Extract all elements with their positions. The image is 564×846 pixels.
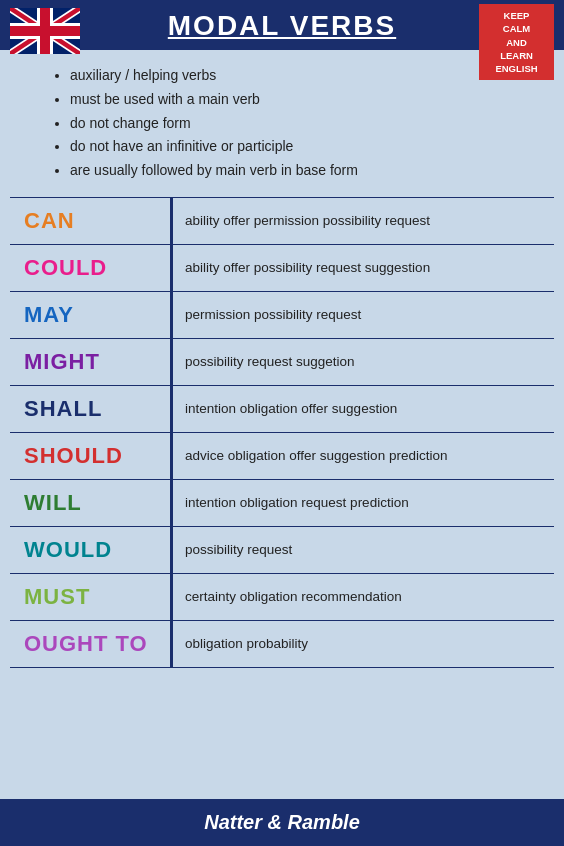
verb-row: MAYpermission possibility request (10, 291, 554, 338)
footer: Natter & Ramble (0, 799, 564, 846)
verb-row: SHOULDadvice obligation offer suggestion… (10, 432, 554, 479)
verb-meanings: intention obligation offer suggestion (173, 386, 554, 432)
verb-label: WOULD (10, 527, 170, 573)
svg-rect-8 (10, 26, 80, 36)
verb-meanings: ability offer permission possibility req… (173, 198, 554, 244)
intro-bullet: are usually followed by main verb in bas… (70, 159, 544, 183)
verb-row: COULDability offer possibility request s… (10, 244, 554, 291)
verb-meanings: advice obligation offer suggestion predi… (173, 433, 554, 479)
badge-line5: ENGLISH (486, 62, 547, 75)
verb-table: CANability offer permission possibility … (0, 197, 564, 799)
intro-bullet: do not have an infinitive or participle (70, 135, 544, 159)
verb-meanings: intention obligation request prediction (173, 480, 554, 526)
verb-label: OUGHT TO (10, 621, 170, 667)
verb-label: MAY (10, 292, 170, 338)
uk-flag (10, 8, 80, 54)
verb-rows: CANability offer permission possibility … (10, 197, 554, 668)
verb-meanings: permission possibility request (173, 292, 554, 338)
verb-label: WILL (10, 480, 170, 526)
intro-list: auxiliary / helping verbsmust be used wi… (60, 64, 544, 183)
verb-row: OUGHT TOobligation probability (10, 620, 554, 668)
intro-bullet: must be used with a main verb (70, 88, 544, 112)
page-title: MODAL VERBS (168, 10, 396, 42)
verb-meanings: possibility request (173, 527, 554, 573)
verb-label: COULD (10, 245, 170, 291)
footer-text: Natter & Ramble (12, 811, 552, 834)
page-wrapper: MODAL VERBS KEEP CALM AND LEARN ENGLISH … (0, 0, 564, 846)
badge-line2: CALM (486, 22, 547, 35)
verb-meanings: certainty obligation recommendation (173, 574, 554, 620)
badge-line4: LEARN (486, 49, 547, 62)
verb-row: WOULDpossibility request (10, 526, 554, 573)
verb-meanings: possibility request suggetion (173, 339, 554, 385)
verb-label: CAN (10, 198, 170, 244)
verb-label: SHOULD (10, 433, 170, 479)
header: MODAL VERBS KEEP CALM AND LEARN ENGLISH (0, 0, 564, 50)
verb-row: MUSTcertainty obligation recommendation (10, 573, 554, 620)
badge-line3: AND (486, 36, 547, 49)
verb-row: CANability offer permission possibility … (10, 197, 554, 244)
keep-calm-badge: KEEP CALM AND LEARN ENGLISH (479, 4, 554, 80)
verb-row: SHALLintention obligation offer suggesti… (10, 385, 554, 432)
verb-label: MIGHT (10, 339, 170, 385)
verb-row: MIGHTpossibility request suggetion (10, 338, 554, 385)
verb-label: MUST (10, 574, 170, 620)
badge-line1: KEEP (486, 9, 547, 22)
verb-meanings: ability offer possibility request sugges… (173, 245, 554, 291)
intro-bullet: do not change form (70, 112, 544, 136)
verb-row: WILLintention obligation request predict… (10, 479, 554, 526)
verb-label: SHALL (10, 386, 170, 432)
intro-bullet: auxiliary / helping verbs (70, 64, 544, 88)
verb-meanings: obligation probability (173, 621, 554, 667)
